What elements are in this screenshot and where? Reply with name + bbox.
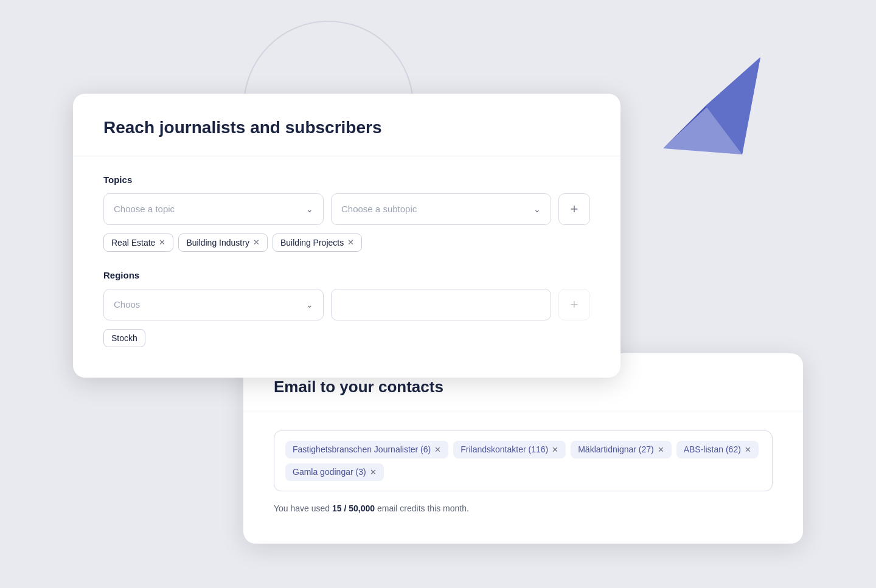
contact-tag-remove[interactable]: ✕ [552,445,558,454]
reach-journalists-card: Reach journalists and subscribers Topics… [73,94,620,378]
topic-dropdown-placeholder: Choose a topic [114,204,175,214]
region-sub-dropdown[interactable] [331,289,551,320]
topics-label: Topics [103,175,590,185]
topic-tag-remove-real-estate[interactable]: ✕ [159,238,165,246]
credits-text-before: You have used [274,503,332,513]
topics-divider [73,156,620,156]
contact-tag-remove[interactable]: ✕ [658,445,664,454]
add-region-icon: + [571,297,579,313]
topics-section: Topics Choose a topic ⌄ Choose a subtopi… [103,175,590,252]
region-dropdown[interactable]: Choos ⌄ [103,289,324,320]
email-contacts-card: Email to your contacts Fastighetsbransch… [243,353,803,544]
topic-tag-building-industry: Building Industry✕ [178,233,268,252]
region-tag-label: Stockh [111,333,137,343]
subtopic-dropdown-placeholder: Choose a subtopic [341,204,417,214]
topic-tag-real-estate: Real Estate✕ [103,233,173,252]
region-tag-stockholm: Stockh [103,329,145,347]
contact-tag: ABS-listan (62)✕ [676,441,759,458]
email-contacts-divider [243,412,803,412]
add-topic-icon: + [571,201,579,217]
add-topic-button[interactable]: + [558,193,590,225]
paper-plane-icon [645,51,766,161]
contact-tag-remove[interactable]: ✕ [745,445,751,454]
subtopic-dropdown[interactable]: Choose a subtopic ⌄ [331,193,551,225]
contact-tag: Frilandskontakter (116)✕ [453,441,566,458]
credits-bold: 15 / 50,000 [332,503,375,513]
topic-tag-remove-building-industry[interactable]: ✕ [253,238,260,246]
topic-tag-label: Building Projects [280,238,344,247]
topic-tag-label: Building Industry [186,238,249,247]
contact-tag-remove[interactable]: ✕ [370,468,377,477]
contact-tag-label: Mäklartidnignar (27) [578,444,654,454]
contact-tag-label: Frilandskontakter (116) [461,444,548,454]
subtopic-dropdown-arrow-icon: ⌄ [534,204,541,214]
contact-tag: Fastighetsbranschen Journalister (6)✕ [285,441,448,458]
contact-tag-label: Fastighetsbranschen Journalister (6) [293,444,431,454]
contacts-tags-container[interactable]: Fastighetsbranschen Journalister (6)✕Fri… [274,431,773,491]
credits-text-after: email credits this month. [375,503,469,513]
credits-info: You have used 15 / 50,000 email credits … [274,503,773,513]
region-dropdown-arrow-icon: ⌄ [306,300,313,310]
add-region-button[interactable]: + [558,289,590,320]
regions-label: Regions [103,270,590,280]
topic-dropdown-arrow-icon: ⌄ [306,204,313,214]
topic-tag-remove-building-projects[interactable]: ✕ [347,238,354,246]
regions-dropdowns-row: Choos ⌄ + [103,289,590,320]
region-dropdown-placeholder: Choos [114,299,140,310]
contact-tag-label: ABS-listan (62) [684,444,741,454]
contact-tag: Gamla godingar (3)✕ [285,463,384,481]
contact-tag: Mäklartidnignar (27)✕ [571,441,672,458]
contact-tag-remove[interactable]: ✕ [434,445,441,454]
topics-dropdowns-row: Choose a topic ⌄ Choose a subtopic ⌄ + [103,193,590,225]
reach-journalists-title: Reach journalists and subscribers [103,118,590,137]
topic-tag-building-projects: Building Projects✕ [273,233,362,252]
topic-tags-row: Real Estate✕Building Industry✕Building P… [103,233,590,252]
topic-dropdown[interactable]: Choose a topic ⌄ [103,193,324,225]
email-contacts-title: Email to your contacts [274,378,773,396]
regions-section: Regions Choos ⌄ + Stockh [103,270,590,347]
topic-tag-label: Real Estate [111,238,155,247]
contact-tag-label: Gamla godingar (3) [293,467,366,477]
regions-tags-row: Stockh [103,329,590,347]
